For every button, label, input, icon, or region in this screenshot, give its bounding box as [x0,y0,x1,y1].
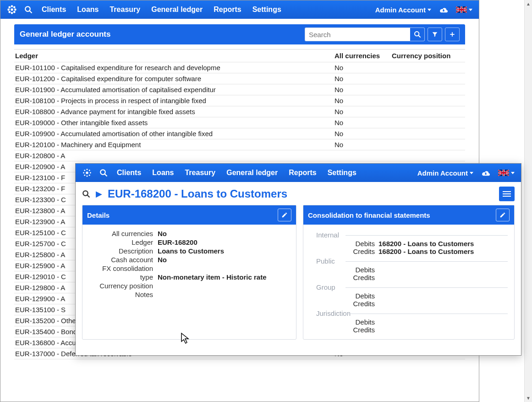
gl-panel: General ledger accounts [14,24,465,44]
svg-point-18 [83,172,84,174]
col-header-ledger[interactable]: Ledger [14,52,335,60]
edit-details-button[interactable] [278,209,291,221]
svg-point-6 [14,6,15,8]
panel-title: General ledger accounts [20,30,305,39]
nav-clients[interactable]: Clients [112,166,146,180]
svg-point-24 [100,170,105,175]
val-all-currencies: No [158,230,290,237]
nav-general-ledger[interactable]: General ledger [222,166,282,180]
cloud-download-icon[interactable] [478,167,494,179]
svg-point-5 [9,6,10,8]
edit-consolidation-button[interactable] [496,209,510,221]
search-icon[interactable] [97,167,110,179]
account-dropdown[interactable]: Admin Account [415,166,476,180]
svg-point-3 [8,9,9,11]
cell-all-currencies: No [335,141,392,149]
consolidation-card: Consolidation to financial statements In… [303,205,515,340]
consolidation-card-title: Consolidation to financial statements [308,211,430,219]
brand-icon[interactable] [82,168,92,178]
cell-ledger: EUR-101100 - Capitalised expenditure for… [14,64,335,72]
nav-loans[interactable]: Loans [148,166,178,180]
page-title: EUR-168200 - Loans to Customers [108,187,287,200]
consolidation-group-label: Group [310,283,508,291]
svg-point-20 [84,170,85,171]
lbl-fx-type: type [89,273,158,281]
cell-all-currencies: No [335,64,392,72]
cell-ledger: EUR-108800 - Advance payment for intangi… [14,108,335,116]
svg-point-23 [89,175,90,176]
table-row[interactable]: EUR-120800 - A [14,150,465,161]
scroll-up-arrow[interactable]: ▲ [525,0,532,8]
nav-clients[interactable]: Clients [37,3,71,17]
table-row[interactable]: EUR-101900 - Accumulated amortisation of… [14,84,465,95]
svg-point-0 [11,8,13,11]
nav-settings[interactable]: Settings [248,3,286,17]
main-navbar: Clients Loans Treasury General ledger Re… [0,0,479,19]
table-row[interactable]: EUR-108800 - Advance payment for intangi… [14,106,465,117]
lbl-currency-position: Currency position [89,282,158,290]
search-box [305,28,425,41]
table-row[interactable]: EUR-101200 - Capitalised expenditure for… [14,73,465,84]
cell-ledger: EUR-120800 - A [14,152,335,160]
lbl-credits: Credits [310,274,378,281]
nav-general-ledger[interactable]: General ledger [147,3,207,17]
table-row[interactable]: EUR-109900 - Accumulated amortisation of… [14,128,465,139]
lbl-fx-consolidation: FX consolidation [89,264,158,272]
search-button[interactable] [410,28,425,41]
uk-flag-icon [498,170,509,176]
account-dropdown[interactable]: Admin Account [373,3,434,17]
table-row[interactable]: EUR-109000 - Other intangible fixed asse… [14,117,465,128]
filter-button[interactable] [428,28,442,41]
search-input[interactable] [305,28,410,41]
cell-ledger: EUR-101200 - Capitalised expenditure for… [14,75,335,83]
val-currency-position [158,282,290,290]
cell-all-currencies: No [335,108,392,116]
nav-reports[interactable]: Reports [209,3,246,17]
brand-icon[interactable] [7,5,17,15]
page-scrollbar[interactable]: ▲ ▼ [524,0,532,402]
breadcrumb: ▶ EUR-168200 - Loans to Customers [76,182,521,205]
consolidation-group-label: Public [310,257,508,265]
val-notes [158,291,290,298]
cell-ledger: EUR-120100 - Machinery and Equipment [14,141,335,149]
val-debits: 168200 - Loans to Customers [378,240,474,248]
svg-point-17 [87,176,88,177]
svg-point-21 [89,170,90,171]
svg-line-25 [104,174,107,176]
language-flag-dropdown[interactable] [495,168,517,178]
svg-point-9 [25,6,30,11]
svg-point-4 [15,9,16,11]
val-cash-account: No [158,256,290,264]
svg-point-2 [11,12,13,14]
nav-reports[interactable]: Reports [284,166,321,180]
table-row[interactable]: EUR-120100 - Machinery and EquipmentNo [14,139,465,150]
menu-button[interactable] [499,187,515,201]
val-credits: 168200 - Loans to Customers [378,248,474,255]
scroll-down-arrow[interactable]: ▼ [525,394,532,402]
language-flag-dropdown[interactable] [453,5,475,15]
add-button[interactable] [445,28,460,41]
lbl-description: Description [89,247,158,255]
details-card: Details All currenciesNo LedgerEUR-16820… [82,205,296,340]
nav-settings[interactable]: Settings [323,166,361,180]
table-row[interactable]: EUR-108100 - Projects in process in resp… [14,95,465,106]
col-header-all-currencies[interactable]: All currencies [335,52,392,60]
lbl-debits: Debits [310,240,378,248]
breadcrumb-chevron-icon: ▶ [96,189,102,199]
nav-loans[interactable]: Loans [72,3,103,17]
details-card-title: Details [87,211,110,219]
val-ledger: EUR-168200 [158,238,290,246]
uk-flag-icon [456,6,467,13]
nav-treasury[interactable]: Treasury [105,3,145,17]
col-header-currency-position[interactable]: Currency position [392,52,465,60]
svg-line-10 [29,11,32,13]
table-row[interactable]: EUR-101100 - Capitalised expenditure for… [14,62,465,73]
detail-window: Clients Loans Treasury General ledger Re… [75,163,521,356]
cell-ledger: EUR-101900 - Accumulated amortisation of… [14,86,335,94]
svg-point-11 [415,32,419,36]
svg-point-16 [87,169,88,170]
nav-treasury[interactable]: Treasury [180,166,220,180]
search-icon[interactable] [22,4,35,16]
cloud-download-icon[interactable] [436,4,451,16]
breadcrumb-search-icon[interactable] [82,190,90,198]
